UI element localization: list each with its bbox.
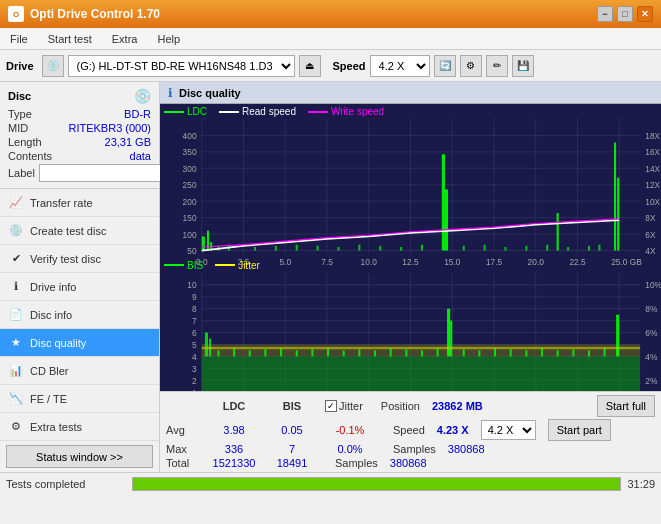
svg-rect-63 (358, 245, 360, 251)
svg-rect-68 (484, 245, 486, 251)
svg-text:100: 100 (183, 229, 197, 240)
menu-file[interactable]: File (4, 31, 34, 47)
svg-rect-74 (598, 245, 600, 251)
svg-rect-155 (616, 314, 619, 356)
start-full-button[interactable]: Start full (597, 395, 655, 417)
sidebar-item-create-test-disc[interactable]: 💿 Create test disc (0, 217, 159, 245)
svg-rect-143 (447, 308, 450, 356)
avg-bis: 0.05 (267, 424, 317, 436)
speed-label: Speed (333, 60, 366, 72)
bis-header: BIS (267, 400, 317, 412)
svg-text:18X: 18X (645, 131, 660, 142)
bis-legend-label: BIS (187, 260, 203, 271)
chart1-svg: 400 350 300 250 200 150 100 50 18X 16X 1… (160, 119, 661, 272)
svg-text:9: 9 (192, 292, 197, 303)
total-ldc: 1521330 (209, 457, 259, 469)
sidebar-item-disc-info[interactable]: 📄 Disc info (0, 301, 159, 329)
svg-text:12X: 12X (645, 180, 660, 191)
svg-rect-148 (510, 349, 512, 356)
drive-icon: 💿 (42, 55, 64, 77)
svg-rect-64 (379, 246, 381, 251)
jitter-header: Jitter (339, 400, 363, 412)
charts-area: LDC Read speed Write speed (160, 104, 661, 391)
disc-icon: 💿 (134, 88, 151, 104)
verify-test-disc-icon: ✔ (8, 251, 24, 267)
samples-value: 380868 (390, 457, 427, 469)
bis-legend-color (164, 264, 184, 266)
app-icon: O (8, 6, 24, 22)
sidebar-item-extra-tests[interactable]: ⚙ Extra tests (0, 413, 159, 441)
svg-rect-132 (280, 348, 282, 356)
svg-rect-146 (478, 350, 480, 356)
svg-text:8: 8 (192, 303, 197, 314)
sidebar-item-disc-quality[interactable]: ★ Disc quality (0, 329, 159, 357)
svg-text:10: 10 (187, 280, 196, 291)
create-test-disc-label: Create test disc (30, 225, 106, 237)
svg-text:300: 300 (183, 163, 197, 174)
svg-text:14X: 14X (645, 163, 660, 174)
start-part-button[interactable]: Start part (548, 419, 611, 441)
svg-text:8X: 8X (645, 213, 655, 224)
sidebar-item-cd-bler[interactable]: 📊 CD Bler (0, 357, 159, 385)
svg-rect-142 (437, 348, 439, 356)
save-button[interactable]: 💾 (512, 55, 534, 77)
speed-select-right[interactable]: 4.2 X (481, 420, 536, 440)
svg-rect-51 (442, 154, 445, 250)
drive-info-icon: ℹ (8, 279, 24, 295)
bis-chart: BIS Jitter (160, 258, 661, 391)
ldc-legend-color (164, 111, 184, 113)
sidebar-item-verify-test-disc[interactable]: ✔ Verify test disc (0, 245, 159, 273)
sidebar-item-fe-te[interactable]: 📉 FE / TE (0, 385, 159, 413)
edit-button[interactable]: ✏ (486, 55, 508, 77)
jitter-legend-color (215, 264, 235, 266)
status-text: Tests completed (6, 478, 126, 490)
svg-rect-151 (557, 350, 559, 356)
svg-rect-53 (557, 213, 559, 251)
svg-rect-154 (604, 348, 606, 356)
settings-button[interactable]: ⚙ (460, 55, 482, 77)
status-window-button[interactable]: Status window >> (6, 445, 153, 468)
disc-section: Disc 💿 Type BD-R MID RITEKBR3 (000) Leng… (0, 82, 159, 189)
svg-text:250: 250 (183, 180, 197, 191)
verify-test-disc-label: Verify test disc (30, 253, 101, 265)
menu-extra[interactable]: Extra (106, 31, 144, 47)
label-input[interactable] (39, 164, 172, 182)
max-ldc: 336 (209, 443, 259, 455)
svg-rect-69 (504, 247, 506, 251)
menu-start-test[interactable]: Start test (42, 31, 98, 47)
svg-rect-54 (614, 142, 616, 250)
jitter-checkbox[interactable]: ✓ (325, 400, 337, 412)
sidebar-item-drive-info[interactable]: ℹ Drive info (0, 273, 159, 301)
speed-select[interactable]: 4.2 X (370, 55, 430, 77)
svg-text:7: 7 (192, 315, 197, 326)
stats-area: LDC BIS ✓ Jitter Position 23862 MB Start… (160, 391, 661, 472)
jitter-checkbox-row: ✓ Jitter (325, 400, 363, 412)
speed-stat-value: 23862 MB (432, 400, 483, 412)
ldc-chart: LDC Read speed Write speed (160, 104, 661, 258)
svg-text:200: 200 (183, 196, 197, 207)
avg-label: Avg (166, 424, 201, 436)
sidebar-item-transfer-rate[interactable]: 📈 Transfer rate (0, 189, 159, 217)
maximize-button[interactable]: □ (617, 6, 633, 22)
refresh-button[interactable]: 🔄 (434, 55, 456, 77)
svg-rect-152 (572, 349, 574, 356)
eject-button[interactable]: ⏏ (299, 55, 321, 77)
chart1-legend: LDC Read speed Write speed (160, 104, 661, 119)
minimize-button[interactable]: − (597, 6, 613, 22)
drive-select[interactable]: (G:) HL-DT-ST BD-RE WH16NS48 1.D3 (68, 55, 295, 77)
svg-rect-58 (254, 247, 256, 251)
svg-text:6X: 6X (645, 229, 655, 240)
length-label: Length (8, 136, 42, 148)
svg-rect-150 (541, 348, 543, 356)
svg-rect-134 (311, 349, 313, 356)
svg-rect-126 (205, 332, 208, 356)
menu-bar: File Start test Extra Help (0, 28, 661, 50)
extra-tests-label: Extra tests (30, 421, 82, 433)
menu-help[interactable]: Help (151, 31, 186, 47)
position-value: 380868 (448, 443, 485, 455)
close-button[interactable]: ✕ (637, 6, 653, 22)
svg-rect-136 (343, 350, 345, 356)
svg-text:4: 4 (192, 351, 197, 362)
avg-ldc: 3.98 (209, 424, 259, 436)
svg-rect-70 (525, 246, 527, 251)
